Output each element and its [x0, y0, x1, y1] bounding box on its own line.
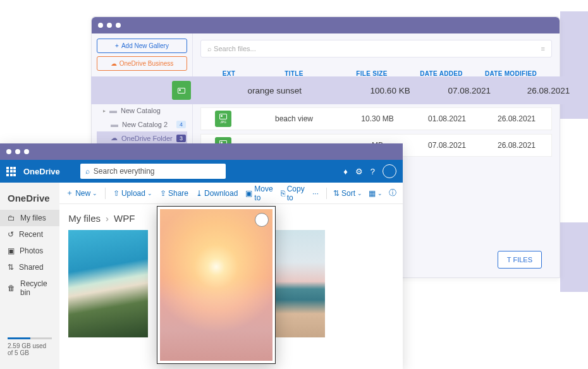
photos-icon: ▣ — [8, 246, 15, 255]
search-input[interactable]: ⌕ Search files... ≡ — [200, 40, 552, 57]
storage-bar — [8, 337, 52, 339]
nav-photos[interactable]: ▣ Photos — [0, 243, 59, 259]
cell-title: beach view — [245, 114, 343, 123]
add-gallery-label: Add New Gallery — [121, 42, 169, 49]
cloud-icon: ☁ — [111, 60, 117, 67]
chevron-right-icon: › — [106, 213, 109, 224]
storage-text: 2.59 GB used of 5 GB — [8, 342, 46, 356]
cell-added: 01.08.2021 — [412, 114, 482, 123]
nav-label: Recycle bin — [20, 279, 52, 297]
breadcrumb-root[interactable]: My files — [68, 213, 101, 224]
plus-icon: + — [115, 42, 119, 49]
tree-label: New Catalog 2 — [122, 121, 168, 128]
nav-label: My files — [20, 214, 46, 222]
selected-file-card[interactable] — [157, 206, 276, 364]
share-button[interactable]: ⇪Share — [160, 189, 188, 198]
search-placeholder: Search files... — [214, 45, 256, 52]
view-button[interactable]: ▦⌄ — [369, 189, 383, 198]
cell-added: 07.08.2021 — [430, 86, 509, 95]
copy-icon: ⎘ — [281, 189, 285, 198]
recycle-icon: 🗑 — [8, 284, 15, 293]
info-icon: ⓘ — [389, 188, 396, 198]
search-icon: ⌕ — [85, 167, 90, 176]
nav-recycle-bin[interactable]: 🗑 Recycle bin — [0, 275, 59, 301]
nav-my-files[interactable]: 🗀 My files — [0, 210, 59, 226]
sidebar-title: OneDrive — [0, 189, 59, 210]
onedrive-sidebar: OneDrive 🗀 My files ↺ Recent ▣ Photos ⇅ … — [0, 183, 59, 369]
file-type-icon: JPG — [215, 111, 231, 127]
folder-icon: ▬ — [109, 106, 117, 115]
table-row[interactable]: JPG beach view 10.30 MB 01.08.2021 26.08… — [200, 107, 552, 130]
titlebar — [0, 143, 403, 160]
cell-size: 10.30 MB — [343, 114, 412, 123]
tree-label: OneDrive Folder — [121, 135, 173, 142]
cell-size: 100.60 KB — [351, 86, 430, 95]
storage-meter: 2.59 GB used of 5 GB — [0, 331, 59, 363]
nav-shared[interactable]: ⇅ Shared — [0, 259, 59, 275]
copy-to-button[interactable]: ⎘Copy to — [281, 184, 305, 202]
file-type-icon — [172, 81, 191, 100]
cell-mod: 26.08.2021 — [509, 86, 588, 95]
toolbar: ＋New⌄ ⇧Upload⌄ ⇪Share ⤓Download ▣Move to… — [59, 183, 403, 204]
search-placeholder: Search everything — [94, 167, 155, 176]
selection-checkbox[interactable] — [255, 213, 269, 227]
select-files-button[interactable]: T FILES — [498, 251, 542, 269]
chevron-right-icon: ▸ — [103, 108, 106, 114]
tree-item-onedrive-folder[interactable]: ☁ OneDrive Folder 3 — [97, 131, 187, 145]
cell-added: 07.08.2021 — [412, 141, 482, 150]
tree-label: New Catalog — [121, 107, 161, 114]
avatar[interactable] — [383, 164, 396, 178]
share-icon: ⇪ — [160, 189, 166, 198]
onedrive-business-label: OneDrive Business — [119, 60, 174, 67]
files-icon: 🗀 — [8, 214, 15, 222]
help-icon[interactable]: ? — [371, 167, 375, 176]
sort-icon: ⇅ — [333, 189, 340, 198]
onedrive-header: OneDrive ⌕ Search everything ♦ ⚙ ? — [0, 160, 403, 183]
move-icon: ▣ — [245, 189, 252, 198]
tree-item-new-catalog-2[interactable]: ▬ New Catalog 2 4 — [97, 118, 187, 131]
search-icon: ⌕ — [207, 45, 212, 52]
brand-label: OneDrive — [23, 167, 60, 176]
cell-title: orange sunset — [199, 86, 351, 95]
count-badge: 4 — [176, 121, 186, 128]
search-input[interactable]: ⌕ Search everything — [80, 164, 226, 179]
menu-icon[interactable]: ≡ — [541, 45, 545, 52]
more-button[interactable]: ··· — [312, 189, 319, 198]
upload-icon: ⇧ — [113, 189, 119, 198]
count-badge: 3 — [176, 135, 186, 142]
recent-icon: ↺ — [8, 230, 14, 239]
nav-label: Photos — [20, 246, 43, 255]
shared-icon: ⇅ — [8, 263, 14, 272]
chevron-down-icon: ⌄ — [92, 190, 97, 197]
onedrive-business-button[interactable]: ☁ OneDrive Business — [97, 56, 187, 71]
file-thumbnail[interactable] — [68, 230, 148, 337]
info-button[interactable]: ⓘ — [389, 188, 396, 198]
nav-label: Recent — [19, 230, 43, 239]
cloud-icon: ☁ — [111, 134, 118, 142]
gear-icon[interactable]: ⚙ — [355, 167, 363, 176]
cell-mod: 26.08.2021 — [482, 141, 551, 150]
grid-icon: ▦ — [369, 189, 376, 198]
new-button[interactable]: ＋New⌄ — [66, 188, 97, 198]
titlebar — [92, 17, 560, 33]
add-new-gallery-button[interactable]: + Add New Gallery — [97, 39, 187, 53]
plus-icon: ＋ — [66, 188, 73, 198]
sort-button[interactable]: ⇅Sort⌄ — [333, 189, 362, 198]
app-launcher-icon[interactable] — [6, 167, 16, 176]
breadcrumb-folder[interactable]: WPF — [114, 213, 135, 224]
download-button[interactable]: ⤓Download — [196, 189, 238, 198]
download-icon: ⤓ — [196, 189, 202, 198]
tree-item-new-catalog[interactable]: ▸ ▬ New Catalog — [97, 104, 187, 118]
table-row-highlighted[interactable]: orange sunset 100.60 KB 07.08.2021 26.08… — [91, 76, 588, 104]
premium-icon[interactable]: ♦ — [343, 167, 348, 176]
nav-label: Shared — [19, 263, 44, 272]
sunset-image — [160, 209, 273, 361]
cell-mod: 26.08.2021 — [482, 114, 551, 123]
move-to-button[interactable]: ▣Move to — [245, 184, 273, 202]
nav-recent[interactable]: ↺ Recent — [0, 226, 59, 243]
folder-icon: ▬ — [111, 120, 118, 129]
upload-button[interactable]: ⇧Upload⌄ — [113, 189, 152, 198]
